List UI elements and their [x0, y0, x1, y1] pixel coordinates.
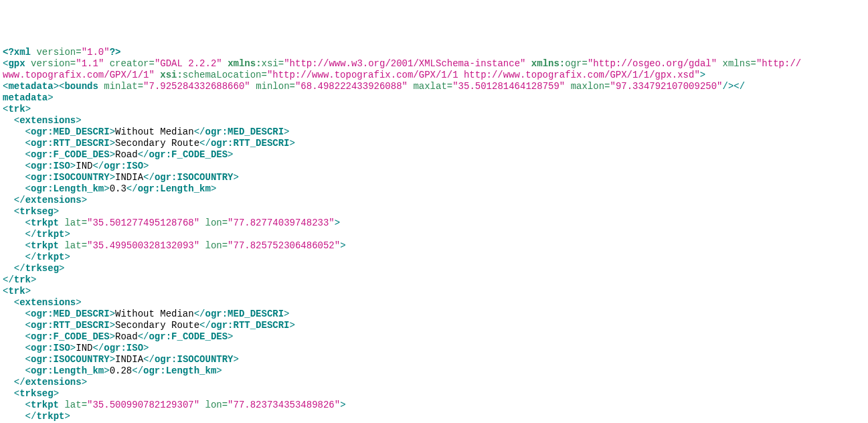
- trk2-open: <trk>: [3, 286, 31, 297]
- gpx-open: <gpx: [3, 58, 31, 69]
- xml-declaration: <?xml: [3, 47, 36, 58]
- trk1-open: <trk>: [3, 104, 31, 114]
- xml-code-block: <?xml version="1.0"?> <gpx version="1.1"…: [3, 47, 865, 423]
- metadata-tag: <metadata><bounds: [3, 81, 104, 92]
